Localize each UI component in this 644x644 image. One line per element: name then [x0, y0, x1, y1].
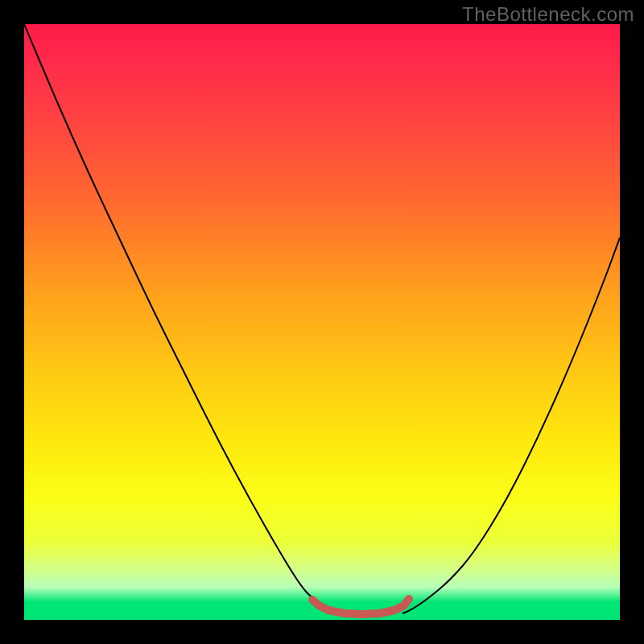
watermark-text: TheBottleneck.com [462, 3, 634, 26]
chart-frame: TheBottleneck.com [0, 0, 644, 644]
curve-layer [24, 24, 620, 620]
trough-marker [312, 599, 409, 614]
right-curve [402, 237, 620, 613]
plot-area [24, 24, 620, 620]
left-curve [24, 24, 338, 613]
